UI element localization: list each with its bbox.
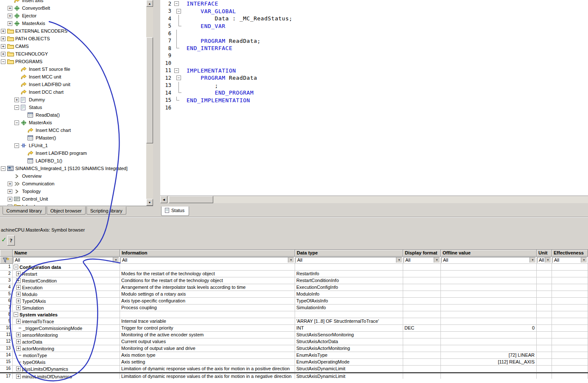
tree-expander-plus-icon[interactable]: +: [8, 14, 12, 18]
tree-expander-plus-icon[interactable]: +: [8, 21, 12, 26]
tree-item-pmaster[interactable]: PMaster(): [0, 134, 146, 142]
tab-object-browser[interactable]: Object browser: [47, 207, 86, 215]
name-cell[interactable]: +Simulation: [13, 305, 120, 311]
tree-item-external-encoders[interactable]: +EXTERNAL ENCODERS: [0, 27, 146, 35]
dropdown-arrow-icon[interactable]: ▼: [581, 257, 587, 263]
code-editor-panel[interactable]: 2−INTERFACE3− VAR_GLOBAL4 Data : _MC_Rea…: [160, 0, 588, 196]
fold-collapse-icon[interactable]: −: [176, 9, 181, 14]
cell-display_format[interactable]: [403, 284, 441, 291]
tree-item-insert-axis[interactable]: Insert axis: [0, 0, 146, 4]
name-cell[interactable]: +sensorMonitoring: [13, 332, 120, 338]
accept-check-icon[interactable]: ✓: [1, 236, 7, 243]
row-expander-minus-icon[interactable]: −: [14, 312, 18, 317]
column-header-offline-value[interactable]: Offline value: [441, 250, 537, 257]
dropdown-arrow-icon[interactable]: ▼: [545, 257, 551, 263]
cell-offline_value[interactable]: [441, 271, 537, 277]
name-cell[interactable]: +minusLimitsOfDynamics: [13, 373, 120, 379]
cell-offline_value[interactable]: [441, 345, 537, 352]
tree-item-topology[interactable]: +Topology: [0, 187, 146, 195]
tab-status[interactable]: Status: [161, 207, 189, 216]
filter-combo-name[interactable]: All▼: [13, 257, 119, 263]
column-header-display-format[interactable]: Display format: [403, 250, 441, 257]
name-cell[interactable]: −Configuration data: [13, 264, 120, 271]
name-cell[interactable]: _triggerCommissioningMode: [13, 325, 120, 332]
cell-offline_value[interactable]: [441, 291, 537, 298]
row-expander-plus-icon[interactable]: +: [16, 305, 21, 310]
tree-item-readdata[interactable]: ReadData(): [0, 111, 146, 119]
scroll-up-button[interactable]: ▲: [146, 0, 153, 7]
column-header-rownum[interactable]: [0, 250, 13, 257]
cell-offline_value[interactable]: [441, 305, 537, 311]
tree-item-path-objects[interactable]: +PATH OBJECTS: [0, 35, 146, 42]
row-expander-plus-icon[interactable]: +: [16, 278, 21, 283]
tree-item-ladfbd-1[interactable]: LADFBD_1(): [0, 157, 146, 165]
cell-display_format[interactable]: [403, 298, 441, 305]
dropdown-arrow-icon[interactable]: ▼: [396, 257, 402, 263]
name-cell[interactable]: +TypeOfAxis: [13, 298, 120, 305]
row-expander-plus-icon[interactable]: +: [16, 366, 21, 371]
tree-item-lfunit-1[interactable]: −LFUnit_1: [0, 142, 146, 149]
row-expander-plus-icon[interactable]: +: [16, 346, 21, 351]
tree-item-status[interactable]: −Status: [0, 103, 146, 111]
tree-expander-plus-icon[interactable]: +: [8, 182, 12, 186]
filter-combo-data_type[interactable]: All▼: [295, 257, 402, 263]
filter-combo-effectiveness[interactable]: All▼: [552, 257, 587, 263]
cell-offline_value[interactable]: [441, 277, 537, 284]
row-expander-plus-icon[interactable]: +: [16, 339, 21, 344]
tree-item-insert-lad-fbd-program[interactable]: Insert LAD/FBD program: [0, 149, 146, 157]
row-expander-plus-icon[interactable]: +: [16, 299, 21, 303]
name-cell[interactable]: +Restart: [13, 271, 120, 277]
name-cell[interactable]: typeOfAxis: [13, 359, 120, 366]
editor-horizontal-scrollbar[interactable]: ◀: [160, 196, 588, 203]
tree-expander-plus-icon[interactable]: +: [1, 29, 6, 34]
fold-collapse-icon[interactable]: −: [176, 75, 181, 80]
tree-expander-minus-icon[interactable]: −: [1, 166, 6, 171]
column-header-name[interactable]: Name: [13, 250, 120, 257]
row-expander-plus-icon[interactable]: +: [16, 374, 21, 379]
name-cell[interactable]: motionType: [13, 352, 120, 359]
cell-display_format[interactable]: [403, 345, 441, 352]
row-expander-plus-icon[interactable]: +: [16, 333, 21, 337]
name-cell[interactable]: +RestartCondition: [13, 277, 120, 284]
tree-item-sinamics-integrated-1-s120-sinamics-integrated[interactable]: −SINAMICS_Integrated_1 [S120 SINAMICS In…: [0, 165, 146, 172]
scroll-down-button[interactable]: ▼: [146, 199, 153, 206]
tree-expander-plus-icon[interactable]: +: [8, 204, 12, 207]
filter-combo-display_format[interactable]: All▼: [404, 257, 440, 263]
filter-combo-unit[interactable]: All▼: [537, 257, 551, 263]
dropdown-arrow-icon[interactable]: ▼: [113, 257, 119, 263]
cell-offline_value[interactable]: 0: [441, 325, 537, 332]
cell-display_format[interactable]: [403, 318, 441, 325]
name-cell[interactable]: +actorData: [13, 338, 120, 345]
filter-combo-offline_value[interactable]: All▼: [441, 257, 536, 263]
tree-item-insert-mcc-chart[interactable]: Insert MCC chart: [0, 126, 146, 134]
tree-vertical-scrollbar[interactable]: ▲ ▼: [146, 0, 153, 206]
fold-collapse-icon[interactable]: −: [174, 1, 179, 6]
tree-expander-minus-icon[interactable]: −: [14, 105, 19, 110]
cell-display_format[interactable]: [403, 264, 441, 271]
cell-offline_value[interactable]: [112] REAL_AXIS: [441, 359, 537, 366]
name-cell[interactable]: +internalToTrace: [13, 318, 120, 325]
cell-offline_value[interactable]: [441, 284, 537, 291]
tree-item-programs[interactable]: −PROGRAMS: [0, 58, 146, 65]
tree-item-infeeds[interactable]: +Infeeds: [0, 203, 146, 206]
cell-offline_value[interactable]: [72] LINEAR: [441, 352, 537, 359]
cell-display_format[interactable]: [403, 291, 441, 298]
row-expander-plus-icon[interactable]: +: [16, 285, 21, 290]
row-expander-plus-icon[interactable]: +: [16, 319, 21, 324]
column-header-data-type[interactable]: Data type: [295, 250, 403, 257]
tree-expander-plus-icon[interactable]: +: [1, 44, 6, 49]
tree-expander-plus-icon[interactable]: +: [14, 98, 19, 102]
cell-display_format[interactable]: [403, 271, 441, 277]
cell-offline_value[interactable]: [441, 338, 537, 345]
name-cell[interactable]: +plusLimitsOfDynamics: [13, 366, 120, 372]
tree-item-masteraxis[interactable]: +MasterAxis: [0, 20, 146, 27]
cell-display_format[interactable]: [403, 352, 441, 359]
column-header-unit[interactable]: Unit: [537, 250, 552, 257]
tree-item-insert-st-source-file[interactable]: Insert ST source file: [0, 65, 146, 73]
dropdown-arrow-icon[interactable]: ▼: [288, 257, 294, 263]
cell-display_format[interactable]: [403, 366, 441, 372]
editor-scrollbar-thumb[interactable]: [169, 196, 213, 203]
tree-expander-plus-icon[interactable]: +: [1, 52, 6, 56]
tree-item-cams[interactable]: +CAMS: [0, 42, 146, 50]
cell-offline_value[interactable]: [441, 373, 537, 379]
